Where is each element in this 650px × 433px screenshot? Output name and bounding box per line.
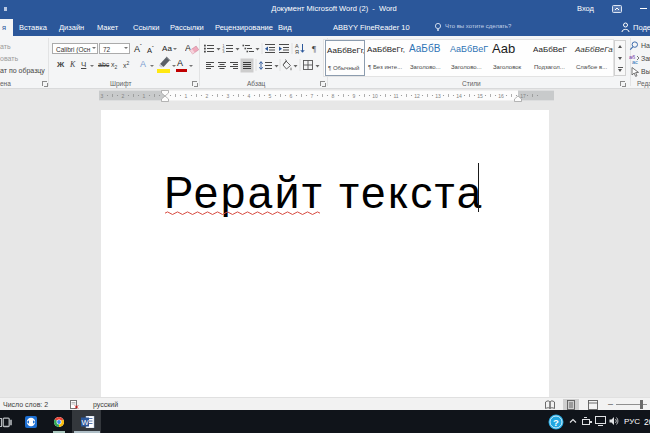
svg-text:3: 3	[101, 93, 104, 99]
svg-text:14: 14	[456, 93, 462, 99]
svg-text:17: 17	[520, 93, 526, 99]
svg-text:4: 4	[248, 93, 251, 99]
svg-text:W: W	[81, 418, 89, 427]
svg-text:1: 1	[143, 93, 146, 99]
svg-text:3: 3	[227, 93, 230, 99]
svg-text:9: 9	[353, 93, 356, 99]
svg-text:3: 3	[223, 50, 225, 54]
svg-text:15: 15	[477, 93, 483, 99]
svg-text:5: 5	[269, 93, 272, 99]
svg-text:Я: Я	[295, 49, 299, 55]
svg-text:6: 6	[290, 93, 293, 99]
svg-text:1: 1	[185, 93, 188, 99]
svg-text:13: 13	[435, 93, 441, 99]
svg-text:2: 2	[122, 93, 125, 99]
svg-text:11: 11	[393, 93, 398, 99]
svg-text:10: 10	[372, 93, 378, 99]
svg-text:2: 2	[206, 93, 209, 99]
svg-text:12: 12	[414, 93, 420, 99]
svg-text:¶: ¶	[312, 44, 316, 54]
svg-text:16: 16	[498, 93, 504, 99]
svg-text:8: 8	[332, 93, 335, 99]
svg-text:?: ?	[553, 417, 559, 428]
svg-text:А: А	[185, 43, 191, 53]
svg-text:7: 7	[311, 93, 314, 99]
